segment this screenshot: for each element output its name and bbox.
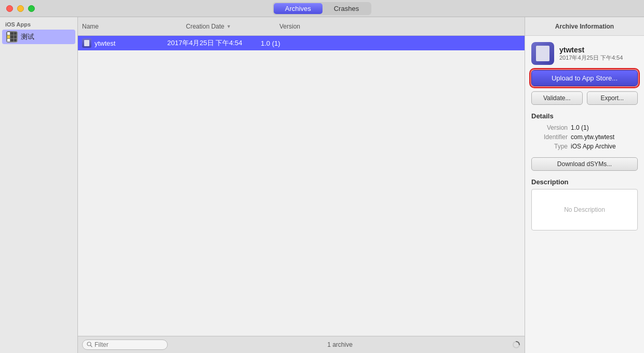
archive-icon-inner xyxy=(84,40,89,46)
archive-icon-shape xyxy=(82,38,91,48)
details-version-key: Version xyxy=(531,124,568,131)
spinner-icon xyxy=(512,341,520,349)
column-name-header: Name xyxy=(82,23,186,30)
icon-cell xyxy=(10,32,13,35)
icon-cell xyxy=(14,39,17,42)
icon-cell xyxy=(7,39,10,42)
details-type-row: Type iOS App Archive xyxy=(531,143,638,150)
file-list-rows: ytwtest 2017年4月25日 下午4:54 1.0 (1) xyxy=(78,36,525,336)
archive-big-icon xyxy=(531,42,554,65)
file-row-date: 2017年4月25日 下午4:54 xyxy=(167,38,261,48)
maximize-button[interactable] xyxy=(28,5,35,12)
archive-name-label: ytwtest xyxy=(559,46,623,54)
right-panel: Archive Information ytwtest 2017年4月25日 下… xyxy=(525,17,644,353)
titlebar: Archives Crashes xyxy=(0,0,644,17)
tab-crashes[interactable]: Crashes xyxy=(323,3,370,14)
icon-cell xyxy=(7,32,10,35)
panel-header-text: Archive Information xyxy=(555,23,614,30)
spinner-area xyxy=(512,341,520,349)
window-controls xyxy=(6,5,35,12)
table-row[interactable]: ytwtest 2017年4月25日 下午4:54 1.0 (1) xyxy=(78,36,525,50)
details-identifier-key: Identifier xyxy=(531,133,568,141)
description-box: No Description xyxy=(531,189,638,230)
sidebar-section-header: iOS Apps xyxy=(0,17,77,30)
archive-row-icon xyxy=(82,38,91,48)
description-section: Description No Description xyxy=(531,178,638,230)
archive-date-label: 2017年4月25日 下午4:54 xyxy=(559,54,623,62)
column-date-header[interactable]: Creation Date ▼ xyxy=(186,23,279,30)
download-dsyms-button[interactable]: Download dSYMs... xyxy=(531,157,638,171)
file-list-area: Name Creation Date ▼ Version ytwtest 201… xyxy=(78,17,525,353)
tab-group: Archives Crashes xyxy=(273,2,371,15)
app-icon xyxy=(6,31,18,43)
search-icon xyxy=(87,342,92,348)
archive-count: 1 archive xyxy=(327,341,353,348)
icon-cell xyxy=(14,32,17,35)
details-identifier-value: com.ytw.ytwtest xyxy=(571,133,614,141)
file-list-footer: 1 archive xyxy=(78,336,525,353)
minimize-button[interactable] xyxy=(17,5,24,12)
sidebar-item-label: 测试 xyxy=(21,32,34,42)
archive-info-top: ytwtest 2017年4月25日 下午4:54 xyxy=(531,42,638,65)
details-type-key: Type xyxy=(531,143,568,150)
description-placeholder: No Description xyxy=(564,206,605,213)
panel-content: ytwtest 2017年4月25日 下午4:54 Upload to App … xyxy=(525,36,644,237)
upload-to-app-store-button[interactable]: Upload to App Store... xyxy=(531,70,638,86)
details-section: Details Version 1.0 (1) Identifier com.y… xyxy=(531,112,638,152)
archive-big-icon-inner xyxy=(536,46,549,61)
export-button[interactable]: Export... xyxy=(587,91,638,105)
sort-arrow-icon: ▼ xyxy=(226,24,231,29)
icon-cell xyxy=(7,35,10,38)
tab-archives[interactable]: Archives xyxy=(274,3,323,14)
svg-line-1 xyxy=(91,345,92,347)
column-version-header: Version xyxy=(279,23,300,30)
panel-header: Archive Information xyxy=(525,17,644,36)
close-button[interactable] xyxy=(6,5,13,12)
details-version-value: 1.0 (1) xyxy=(571,124,589,131)
icon-cell xyxy=(14,35,17,38)
icon-cell xyxy=(10,35,13,38)
details-version-row: Version 1.0 (1) xyxy=(531,124,638,131)
details-title: Details xyxy=(531,112,638,120)
search-input[interactable] xyxy=(95,341,157,348)
validate-export-row: Validate... Export... xyxy=(531,91,638,105)
sidebar: iOS Apps 测试 xyxy=(0,17,78,353)
svg-point-0 xyxy=(87,342,91,346)
details-type-value: iOS App Archive xyxy=(571,143,616,150)
validate-button[interactable]: Validate... xyxy=(531,91,583,105)
search-field[interactable] xyxy=(82,340,168,350)
file-row-name: ytwtest xyxy=(95,39,167,47)
app-icon-grid xyxy=(6,31,18,43)
main-content: iOS Apps 测试 Name xyxy=(0,17,644,353)
sidebar-item-test-app[interactable]: 测试 xyxy=(2,30,75,44)
description-title: Description xyxy=(531,178,638,186)
file-list-header: Name Creation Date ▼ Version xyxy=(78,17,525,36)
details-identifier-row: Identifier com.ytw.ytwtest xyxy=(531,133,638,141)
icon-cell xyxy=(10,39,13,42)
archive-name-block: ytwtest 2017年4月25日 下午4:54 xyxy=(559,46,623,62)
file-row-version: 1.0 (1) xyxy=(261,39,280,47)
